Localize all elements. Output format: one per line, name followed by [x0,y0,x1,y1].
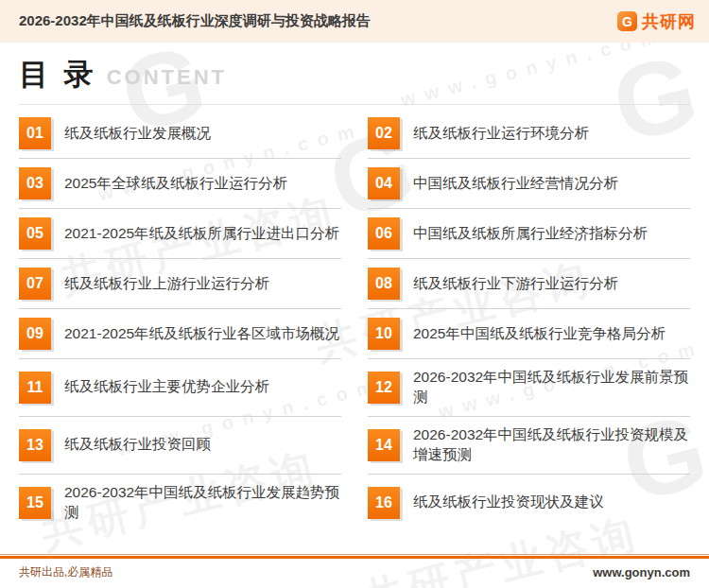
brand-logo-text: 共研网 [642,10,696,33]
toc-item[interactable]: 12 2026-2032年中国纸及纸板行业发展前景预测 [368,359,690,417]
toc-item[interactable]: 13 纸及纸板行业投资回顾 [19,417,341,475]
toc-item-label: 纸及纸板行业下游行业运行分析 [413,274,690,294]
toc-item-label: 2021-2025年纸及纸板所属行业进出口分析 [64,224,341,244]
toc-title-divider [19,104,690,105]
toc-item-label: 纸及纸板行业发展概况 [64,124,341,144]
toc-item-number: 13 [19,429,51,461]
toc-head: 目 录 CONTENT [19,55,690,95]
toc-item-label: 纸及纸板行业主要优势企业分析 [64,377,341,397]
toc-item-number-label: 11 [27,379,43,396]
toc-item-label: 纸及纸板行业投资回顾 [64,435,341,455]
toc-item[interactable]: 16 纸及纸板行业投资现状及建议 [368,475,690,531]
toc-item-number-label: 13 [26,437,43,454]
brand-logo[interactable]: G 共研网 [617,10,696,33]
toc-item-number: 12 [368,372,400,404]
toc-item[interactable]: 14 2026-2032年中国纸及纸板行业投资规模及增速预测 [368,417,690,475]
toc-item[interactable]: 05 2021-2025年纸及纸板所属行业进出口分析 [19,209,341,259]
toc-subtitle: CONTENT [107,65,227,90]
report-toc-page: G G G G 共研产业咨询 共研产业咨询 共研产业咨询 共研产业咨询 www.… [0,0,709,588]
toc-item-label: 中国纸及纸板行业经营情况分析 [413,174,690,194]
toc-item-label: 2025年全球纸及纸板行业运行分析 [64,174,341,194]
toc-item-number-label: 02 [375,125,392,142]
toc-item-number-label: 08 [375,275,392,292]
toc-item-number: 06 [368,217,400,250]
toc-item-label: 2026-2032年中国纸及纸板行业发展趋势预测 [64,483,341,523]
toc-item-number: 04 [368,167,400,199]
toc-item-number: 07 [19,268,51,300]
toc-item-number-label: 15 [26,494,43,511]
toc-item-number-label: 03 [26,175,43,192]
toc-item-number-label: 04 [375,175,392,192]
toc-item-number-label: 05 [26,225,43,242]
brand-logo-icon: G [617,11,637,31]
toc-item[interactable]: 11 纸及纸板行业主要优势企业分析 [19,359,341,417]
toc-item-number: 03 [19,167,51,199]
toc-item[interactable]: 15 2026-2032年中国纸及纸板行业发展趋势预测 [19,475,341,531]
toc-item[interactable]: 02 纸及纸板行业运行环境分析 [368,109,690,159]
toc-item-number-label: 06 [375,225,392,242]
toc-item-number-label: 10 [375,325,392,342]
toc-section: 目 录 CONTENT 01 纸及纸板行业发展概况 02 纸及纸板行业运行环境分… [0,43,709,554]
toc-item-number: 11 [19,372,51,404]
toc-item-number: 10 [368,318,400,350]
toc-item-label: 纸及纸板行业运行环境分析 [413,124,690,144]
toc-item-number: 05 [19,217,51,250]
toc-item-label: 纸及纸板行业投资现状及建议 [413,493,690,512]
toc-item[interactable]: 03 2025年全球纸及纸板行业运行分析 [19,159,341,209]
header-bar: 2026-2032年中国纸及纸板行业深度调研与投资战略报告 G 共研网 [0,0,709,43]
report-title: 2026-2032年中国纸及纸板行业深度调研与投资战略报告 [19,12,371,30]
toc-item-number: 02 [368,117,400,149]
toc-item-number-label: 12 [375,379,392,396]
toc-item-label: 中国纸及纸板所属行业经济指标分析 [413,224,690,244]
toc-item[interactable]: 09 2021-2025年纸及纸板行业各区域市场概况 [19,309,341,359]
toc-item-number: 15 [19,487,51,519]
toc-item-label: 2021-2025年纸及纸板行业各区域市场概况 [64,324,341,344]
toc-item[interactable]: 01 纸及纸板行业发展概况 [19,109,341,159]
toc-item[interactable]: 04 中国纸及纸板行业经营情况分析 [368,159,690,209]
toc-item-number: 16 [368,487,400,519]
toc-item-number-label: 14 [375,437,392,454]
toc-item-number-label: 16 [375,494,392,511]
toc-item-number: 08 [368,268,400,300]
toc-grid: 01 纸及纸板行业发展概况 02 纸及纸板行业运行环境分析 03 2025年全球… [19,109,690,531]
toc-item-label: 2026-2032年中国纸及纸板行业发展前景预测 [413,368,690,407]
toc-item-label: 纸及纸板行业上游行业运行分析 [64,274,341,294]
footer-url[interactable]: www.gonyn.com [593,565,690,579]
toc-item[interactable]: 10 2025年中国纸及纸板行业竞争格局分析 [368,309,690,359]
footer: 共研出品,必属精品 www.gonyn.com [0,554,709,588]
toc-item-number-label: 09 [26,325,43,342]
footer-row: 共研出品,必属精品 www.gonyn.com [0,559,709,588]
toc-item-number-label: 01 [26,125,43,142]
footer-credit: 共研出品,必属精品 [19,564,112,580]
toc-item-number: 09 [19,318,51,350]
toc-title: 目 录 [19,55,97,95]
toc-item-label: 2025年中国纸及纸板行业竞争格局分析 [413,324,690,344]
toc-item-number-label: 07 [26,275,43,292]
toc-item[interactable]: 06 中国纸及纸板所属行业经济指标分析 [368,209,690,259]
toc-item-number: 01 [19,117,51,149]
footer-rule-thin [0,554,709,555]
toc-item-number: 14 [368,429,400,461]
toc-item-label: 2026-2032年中国纸及纸板行业投资规模及增速预测 [413,425,690,465]
toc-item[interactable]: 07 纸及纸板行业上游行业运行分析 [19,259,341,309]
toc-item[interactable]: 08 纸及纸板行业下游行业运行分析 [368,259,690,309]
